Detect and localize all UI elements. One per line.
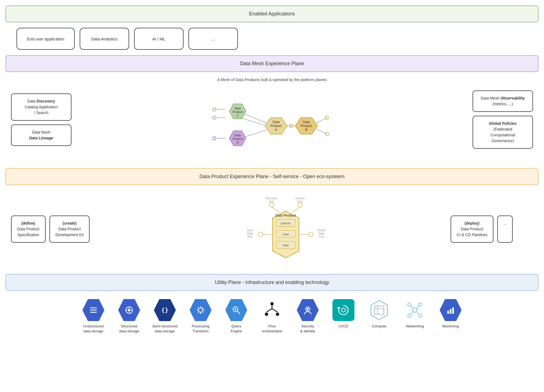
svg-text:data: data (283, 244, 289, 247)
discovery-box: Data DiscoveryCatalog Application/ Searc… (11, 93, 71, 121)
svg-point-85 (265, 313, 268, 316)
semi-structured-icon: {} (154, 299, 176, 321)
svg-point-47 (309, 232, 313, 237)
svg-text:Data: Data (303, 120, 310, 124)
svg-point-88 (307, 308, 309, 310)
svg-text:code: code (282, 233, 289, 236)
unstructured-icon (82, 299, 104, 321)
icon-item-unstructured: Unstructureddata storage (80, 299, 107, 334)
svg-point-81 (270, 302, 274, 305)
query-label: QueryEngine (231, 324, 242, 334)
dp-right-boxes: (deploy)Data ProductCI & CD Pipelines ..… (451, 216, 533, 243)
networking-icon (404, 299, 426, 321)
mesh-title: A Mesh of Data Products built & operated… (217, 78, 327, 82)
svg-rect-92 (374, 306, 384, 314)
svg-text:C: C (237, 114, 239, 117)
svg-text:A: A (275, 128, 277, 132)
svg-point-10 (213, 137, 216, 140)
svg-line-101 (417, 306, 419, 308)
flow-label: Floworchestration (262, 324, 282, 334)
structured-label: Structureddata storage (119, 324, 139, 334)
data-mesh-experience-plane-banner: Data Mesh Experience Plane (5, 55, 539, 72)
lineage-box: Data MeshData Lineage (11, 125, 71, 146)
app-box-more-label: ... (212, 37, 215, 41)
svg-text:Input: Input (247, 229, 253, 232)
svg-point-8 (213, 116, 216, 119)
svg-point-86 (276, 313, 279, 316)
monitoring-label: Monitoring (442, 324, 459, 329)
svg-text:Data: Data (318, 232, 324, 235)
svg-line-102 (411, 312, 413, 314)
svg-line-75 (202, 307, 203, 308)
data-mesh-left: Data DiscoveryCatalog Application/ Searc… (11, 93, 71, 146)
app-boxes-row: End user application Data Analytics AI /… (5, 28, 539, 50)
dp-experience-plane-label: Data Product Experience Plane - Self-ser… (199, 174, 345, 179)
svg-point-33 (269, 203, 274, 207)
svg-text:Control: Control (296, 197, 304, 200)
cicd-icon (332, 299, 354, 321)
svg-point-95 (413, 308, 417, 312)
icon-item-structured: Structureddata storage (115, 299, 143, 334)
icon-item-semi-structured: {} Semi-structureddata storage (151, 299, 179, 334)
svg-text:Product: Product (232, 137, 243, 140)
svg-marker-89 (337, 307, 340, 310)
svg-rect-106 (452, 307, 454, 313)
unstructured-label: Unstructureddata storage (83, 324, 104, 334)
icon-item-networking: Networking (401, 299, 429, 329)
create-box: (create)Data ProductDevelopment Kit (49, 216, 90, 243)
deploy-box: (deploy)Data ProductCI & CD Pipelines (451, 216, 493, 243)
svg-text:B: B (305, 128, 307, 132)
svg-marker-91 (371, 300, 387, 320)
dp-experience-plane-banner: Data Product Experience Plane - Self-ser… (5, 168, 539, 185)
svg-line-74 (202, 312, 203, 313)
svg-text:Data Product: Data Product (276, 214, 296, 217)
security-label: Security& Identity (300, 324, 315, 334)
dp-more-box: ... (497, 216, 513, 243)
svg-point-6 (213, 108, 216, 111)
svg-line-83 (267, 309, 272, 312)
app-box-ai-ml-label: AI / ML (152, 37, 165, 41)
svg-line-76 (198, 312, 199, 313)
svg-point-62 (128, 309, 131, 311)
icon-item-cicd: CI/CD (330, 299, 357, 329)
icon-item-query: QueryEngine (223, 299, 250, 334)
svg-line-38 (292, 207, 300, 212)
define-box: (define)Data ProductSpecification (11, 216, 46, 243)
svg-text:Product: Product (232, 110, 243, 114)
global-policies-box: Global Policies(FederatedComputationalGo… (473, 116, 533, 149)
svg-text:Output: Output (317, 229, 326, 232)
icon-item-flow: Floworchestration (258, 299, 286, 334)
app-box-data-analytics-label: Data Analytics (91, 37, 117, 41)
icon-item-security: Security& Identity (294, 299, 321, 334)
enabled-applications-banner: Enabled Applications (5, 5, 539, 22)
hex-graph-area: A Mesh of Data Products built & operated… (80, 78, 464, 162)
app-box-end-user-label: End user application (27, 37, 64, 41)
svg-point-98 (408, 314, 411, 317)
dp-section: (define)Data ProductSpecification (creat… (5, 191, 539, 267)
svg-line-73 (198, 307, 199, 308)
utility-plane-label: Utility Plane - infrastructure and enabl… (215, 280, 329, 285)
security-icon (297, 299, 319, 321)
svg-text:Discovery: Discovery (265, 197, 277, 200)
data-mesh-section: Data DiscoveryCatalog Application/ Searc… (5, 78, 539, 162)
dp-hex-area: Discovery Port Control Port Input Data P… (129, 191, 442, 267)
svg-line-84 (272, 309, 277, 312)
flow-icon (261, 299, 283, 321)
structured-icon (118, 299, 140, 321)
semi-structured-label: Semi-structureddata storage (152, 324, 177, 334)
svg-point-97 (419, 303, 422, 306)
cicd-label: CI/CD (338, 324, 348, 329)
icons-row: Unstructureddata storage Structureddata … (5, 296, 539, 336)
utility-plane-banner: Utility Plane - infrastructure and enabl… (5, 274, 539, 291)
svg-point-68 (198, 308, 203, 312)
data-mesh-experience-plane-label: Data Mesh Experience Plane (240, 61, 304, 66)
svg-point-99 (419, 314, 422, 317)
svg-line-100 (411, 306, 413, 308)
app-box-more: ... (188, 28, 238, 50)
processing-icon (190, 299, 212, 321)
svg-text:Product: Product (301, 124, 312, 128)
svg-point-90 (342, 308, 345, 312)
svg-line-78 (237, 311, 240, 314)
dp-left-boxes: (define)Data ProductSpecification (creat… (11, 216, 121, 243)
svg-line-1 (240, 118, 267, 126)
